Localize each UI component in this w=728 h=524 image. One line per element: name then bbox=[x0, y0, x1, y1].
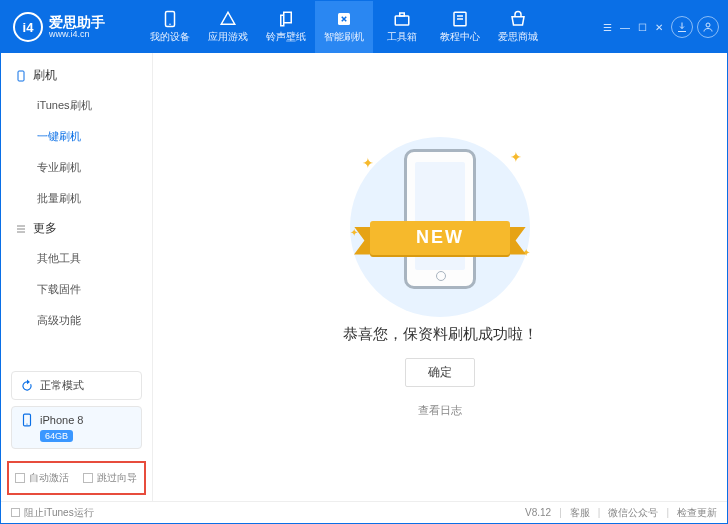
nav-ringtones[interactable]: 铃声壁纸 bbox=[257, 1, 315, 53]
bottom-options-highlight: 自动激活 跳过向导 bbox=[7, 461, 146, 495]
status-bar: 阻止iTunes运行 V8.12 | 客服 | 微信公众号 | 检查更新 bbox=[1, 501, 727, 523]
list-icon bbox=[15, 223, 27, 235]
section-title: 刷机 bbox=[33, 67, 57, 84]
success-illustration: ✦ ✦ ✦ ✦ NEW bbox=[330, 127, 550, 317]
app-logo: i4 爱思助手 www.i4.cn bbox=[1, 12, 141, 42]
phone-icon bbox=[15, 70, 27, 82]
nav-store[interactable]: 爱思商城 bbox=[489, 1, 547, 53]
svg-point-9 bbox=[26, 424, 27, 425]
sidebar-item-advanced[interactable]: 高级功能 bbox=[1, 305, 152, 336]
devices-icon bbox=[161, 10, 179, 28]
sidebar-item-firmware[interactable]: 下载固件 bbox=[1, 274, 152, 305]
maximize-icon[interactable]: ☐ bbox=[638, 22, 647, 33]
svg-rect-4 bbox=[400, 13, 405, 16]
app-header: i4 爱思助手 www.i4.cn 我的设备应用游戏铃声壁纸智能刷机工具箱教程中… bbox=[1, 1, 727, 53]
skip-guide-label: 跳过向导 bbox=[97, 471, 137, 485]
wechat-link[interactable]: 微信公众号 bbox=[608, 506, 658, 520]
nav-label: 我的设备 bbox=[150, 30, 190, 44]
nav-games[interactable]: 应用游戏 bbox=[199, 1, 257, 53]
new-ribbon: NEW bbox=[358, 217, 522, 261]
version-label: V8.12 bbox=[525, 507, 551, 518]
mode-label: 正常模式 bbox=[40, 378, 84, 393]
nav-toolbox[interactable]: 工具箱 bbox=[373, 1, 431, 53]
refresh-icon bbox=[20, 379, 34, 393]
success-message: 恭喜您，保资料刷机成功啦！ bbox=[343, 325, 538, 344]
window-controls[interactable]: ☰ — ☐ ✕ bbox=[603, 22, 663, 33]
sidebar-section-flash: 刷机 bbox=[1, 61, 152, 90]
nav-devices[interactable]: 我的设备 bbox=[141, 1, 199, 53]
skip-guide-checkbox[interactable]: 跳过向导 bbox=[83, 471, 137, 485]
sidebar-section-more: 更多 bbox=[1, 214, 152, 243]
download-button[interactable] bbox=[671, 16, 693, 38]
auto-activate-label: 自动激活 bbox=[29, 471, 69, 485]
storage-badge: 64GB bbox=[40, 430, 73, 442]
sidebar-item-batch[interactable]: 批量刷机 bbox=[1, 183, 152, 214]
sidebar-item-pro[interactable]: 专业刷机 bbox=[1, 152, 152, 183]
ok-button[interactable]: 确定 bbox=[405, 358, 475, 387]
svg-rect-7 bbox=[18, 71, 24, 81]
sidebar-item-itunes[interactable]: iTunes刷机 bbox=[1, 90, 152, 121]
nav-label: 爱思商城 bbox=[498, 30, 538, 44]
toolbox-icon bbox=[393, 10, 411, 28]
nav-label: 教程中心 bbox=[440, 30, 480, 44]
tutorial-icon bbox=[451, 10, 469, 28]
check-update-link[interactable]: 检查更新 bbox=[677, 506, 717, 520]
close-icon[interactable]: ✕ bbox=[655, 22, 663, 33]
block-itunes-checkbox[interactable]: 阻止iTunes运行 bbox=[11, 506, 94, 520]
nav-label: 智能刷机 bbox=[324, 30, 364, 44]
tray-icon[interactable]: ☰ bbox=[603, 22, 612, 33]
nav-label: 工具箱 bbox=[387, 30, 417, 44]
svg-point-6 bbox=[706, 23, 710, 27]
sidebar-item-oneclick[interactable]: 一键刷机 bbox=[1, 121, 152, 152]
ringtones-icon bbox=[277, 10, 295, 28]
auto-activate-checkbox[interactable]: 自动激活 bbox=[15, 471, 69, 485]
nav-tutorial[interactable]: 教程中心 bbox=[431, 1, 489, 53]
nav-label: 铃声壁纸 bbox=[266, 30, 306, 44]
support-link[interactable]: 客服 bbox=[570, 506, 590, 520]
nav-label: 应用游戏 bbox=[208, 30, 248, 44]
device-name: iPhone 8 bbox=[40, 414, 83, 426]
device-mode-card[interactable]: 正常模式 bbox=[11, 371, 142, 400]
view-log-link[interactable]: 查看日志 bbox=[418, 403, 462, 418]
logo-icon: i4 bbox=[13, 12, 43, 42]
block-itunes-label: 阻止iTunes运行 bbox=[24, 506, 94, 520]
games-icon bbox=[219, 10, 237, 28]
minimize-icon[interactable]: — bbox=[620, 22, 630, 33]
ribbon-text: NEW bbox=[370, 221, 510, 255]
top-nav: 我的设备应用游戏铃声壁纸智能刷机工具箱教程中心爱思商城 bbox=[141, 1, 595, 53]
sidebar: 刷机iTunes刷机一键刷机专业刷机批量刷机更多其他工具下载固件高级功能 正常模… bbox=[1, 53, 153, 501]
phone-icon bbox=[20, 413, 34, 427]
main-content: ✦ ✦ ✦ ✦ NEW 恭喜您，保资料刷机成功啦！ 确定 查看日志 bbox=[153, 53, 727, 501]
user-button[interactable] bbox=[697, 16, 719, 38]
section-title: 更多 bbox=[33, 220, 57, 237]
nav-flash[interactable]: 智能刷机 bbox=[315, 1, 373, 53]
store-icon bbox=[509, 10, 527, 28]
svg-point-1 bbox=[169, 24, 171, 26]
device-card[interactable]: iPhone 8 64GB bbox=[11, 406, 142, 449]
app-site: www.i4.cn bbox=[49, 29, 105, 39]
svg-rect-3 bbox=[395, 16, 409, 25]
app-title: 爱思助手 bbox=[49, 15, 105, 29]
flash-icon bbox=[335, 10, 353, 28]
sidebar-item-othertools[interactable]: 其他工具 bbox=[1, 243, 152, 274]
